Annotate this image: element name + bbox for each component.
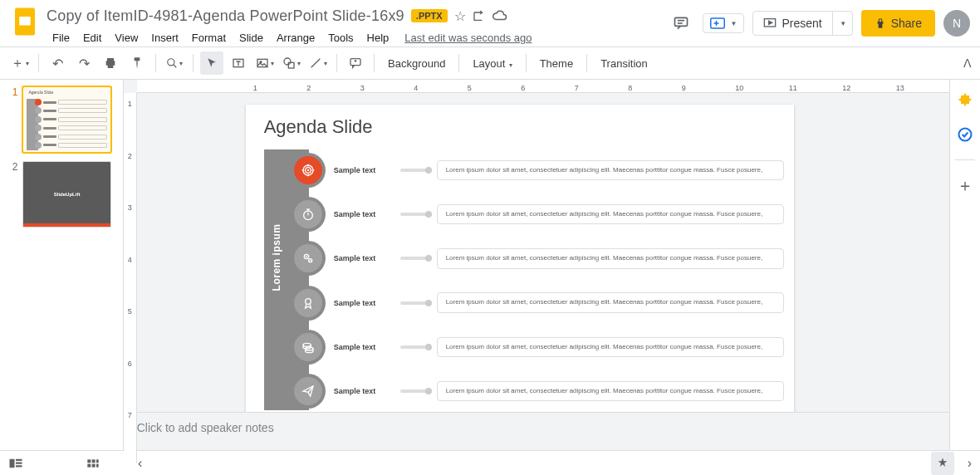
add-panel-icon[interactable]: ＋ [955, 175, 975, 195]
svg-rect-7 [714, 22, 719, 24]
agenda-row-desc[interactable]: Lorem ipsum dolor sit amet, consectetuer… [437, 292, 784, 312]
agenda-row-label[interactable]: Sample text [334, 254, 392, 262]
slides-logo[interactable] [10, 7, 40, 37]
share-button[interactable]: Share [861, 10, 935, 37]
undo-button[interactable]: ↶ [46, 51, 69, 75]
agenda-row-desc[interactable]: Lorem ipsum dolor sit amet, consectetuer… [437, 248, 784, 268]
slide-thumb-1[interactable]: Agenda Slide [22, 86, 110, 153]
collapse-toolbar-icon[interactable]: ᐱ [963, 56, 972, 70]
menu-tools[interactable]: Tools [322, 28, 359, 47]
menu-format[interactable]: Format [186, 28, 232, 47]
svg-rect-43 [16, 465, 22, 467]
transition-button[interactable]: Transition [594, 57, 654, 70]
present-button[interactable]: Present [753, 12, 831, 35]
keep-icon[interactable] [955, 90, 975, 110]
menu-help[interactable]: Help [361, 28, 395, 47]
select-tool[interactable] [200, 51, 223, 75]
svg-line-16 [311, 59, 321, 68]
comments-icon[interactable] [668, 10, 694, 37]
bottom-bar: ‹ › [0, 450, 980, 475]
svg-rect-49 [96, 463, 99, 467]
present-label: Present [782, 17, 821, 30]
expand-side-panel-icon[interactable]: › [968, 456, 972, 471]
grid-view-icon[interactable] [86, 458, 100, 469]
agenda-row-label[interactable]: Sample text [334, 210, 392, 218]
agenda-row[interactable]: Sample textLorem ipsum dolor sit amet, c… [309, 241, 784, 276]
menu-slide[interactable]: Slide [233, 28, 269, 47]
gears-icon [294, 244, 322, 272]
zoom-button[interactable]: ▾ [163, 51, 186, 75]
tasks-icon[interactable] [955, 125, 975, 144]
collapse-filmstrip-icon[interactable]: ‹ [138, 456, 142, 471]
line-tool[interactable]: ▾ [306, 51, 330, 75]
new-slide-button[interactable]: ＋▾ [8, 51, 32, 75]
agenda-row-desc[interactable]: Lorem ipsum dolor sit amet, consectetuer… [437, 337, 784, 357]
agenda-row[interactable]: Sample textLorem ipsum dolor sit amet, c… [309, 197, 784, 232]
slide-title[interactable]: Agenda Slide [264, 116, 373, 138]
ribbon-icon [294, 289, 322, 317]
menu-file[interactable]: File [47, 28, 76, 47]
agenda-row-label[interactable]: Sample text [334, 299, 392, 307]
thumb-brand: SlideUpLift [23, 192, 110, 197]
svg-rect-48 [92, 463, 96, 467]
agenda-row[interactable]: Sample textLorem ipsum dolor sit amet, c… [309, 286, 784, 321]
menu-bar: File Edit View Insert Format Slide Arran… [47, 28, 668, 47]
last-edit-link[interactable]: Last edit was seconds ago [404, 28, 532, 47]
layout-button[interactable]: Layout ▾ [466, 57, 518, 70]
menu-view[interactable]: View [109, 28, 144, 47]
slide-thumb-number: 1 [12, 86, 17, 153]
agenda-row-label[interactable]: Sample text [334, 387, 392, 395]
slide-canvas[interactable]: Agenda Slide Lorem ipsum Sample textLore… [246, 105, 794, 412]
comment-tool[interactable] [344, 51, 367, 75]
background-button[interactable]: Background [381, 57, 452, 70]
account-avatar[interactable]: N [943, 10, 970, 37]
menu-insert[interactable]: Insert [145, 28, 184, 47]
present-dropdown[interactable]: ▼ [832, 12, 852, 35]
paper-plane-icon [294, 377, 322, 405]
agenda-row-desc[interactable]: Lorem ipsum dolor sit amet, consectetuer… [437, 204, 784, 224]
agenda-row[interactable]: Sample textLorem ipsum dolor sit amet, c… [309, 153, 784, 188]
star-icon[interactable]: ☆ [454, 8, 466, 24]
insert-presentation-button[interactable]: ▼ [703, 13, 744, 33]
document-title[interactable]: Copy of ItemID-4981-Agenda PowerPoint Sl… [47, 7, 404, 25]
agenda-row[interactable]: Sample textLorem ipsum dolor sit amet, c… [309, 330, 784, 365]
side-panel: ＋ [949, 80, 980, 450]
agenda-row-desc[interactable]: Lorem ipsum dolor sit amet, consectetuer… [437, 381, 784, 401]
move-icon[interactable] [473, 9, 486, 22]
agenda-row-desc[interactable]: Lorem ipsum dolor sit amet, consectetuer… [437, 160, 784, 180]
agenda-row-bump [291, 374, 326, 409]
horizontal-ruler: 12345678910111213 [137, 80, 950, 93]
agenda-row-bump [291, 330, 326, 365]
explore-button[interactable] [931, 452, 954, 475]
svg-rect-41 [16, 458, 22, 460]
textbox-tool[interactable] [227, 51, 250, 75]
menu-arrange[interactable]: Arrange [271, 28, 321, 47]
slide-thumb-2[interactable]: SlideUpLift [22, 161, 110, 228]
coins-icon [294, 333, 322, 361]
svg-point-36 [303, 343, 311, 346]
svg-rect-40 [10, 458, 15, 468]
slide-sidebar-text[interactable]: Lorem ipsum [271, 208, 282, 307]
redo-button[interactable]: ↷ [72, 51, 96, 75]
image-tool[interactable]: ▾ [253, 51, 277, 75]
theme-button[interactable]: Theme [533, 57, 580, 70]
filmstrip: 1 Agenda Slide 2 SlideUpLift [0, 80, 124, 450]
pptx-badge: .PPTX [411, 9, 448, 22]
filmstrip-view-icon[interactable] [8, 458, 23, 469]
svg-point-35 [305, 298, 311, 304]
print-button[interactable] [99, 51, 122, 75]
paint-format-button[interactable] [125, 51, 149, 75]
speaker-notes[interactable]: Click to add speaker notes [124, 412, 950, 450]
agenda-row-connector [400, 389, 429, 393]
agenda-row-label[interactable]: Sample text [334, 343, 392, 351]
agenda-row[interactable]: Sample textLorem ipsum dolor sit amet, c… [309, 374, 784, 409]
svg-rect-47 [87, 463, 91, 467]
cloud-status-icon[interactable] [492, 10, 507, 22]
menu-edit[interactable]: Edit [77, 28, 107, 47]
svg-point-14 [284, 58, 291, 65]
toolbar: ＋▾ ↶ ↷ ▾ ▾ ▾ ▾ Background Layout ▾ Theme… [0, 47, 980, 80]
shape-tool[interactable]: ▾ [280, 51, 303, 75]
agenda-row-label[interactable]: Sample text [334, 166, 392, 174]
slide-thumb-number: 2 [12, 161, 17, 228]
share-label: Share [891, 17, 922, 30]
